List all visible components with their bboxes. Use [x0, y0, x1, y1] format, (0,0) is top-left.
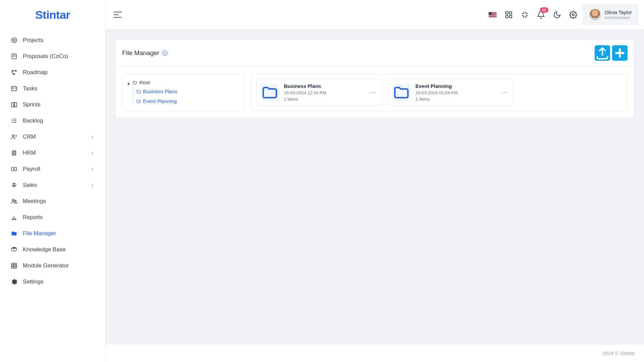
notification-badge: 55	[540, 7, 548, 13]
knowledge-icon	[11, 246, 17, 253]
folder-icon	[136, 89, 141, 94]
roadmap-icon	[11, 69, 17, 76]
topbar: 55 Olivia Taylor Administrator	[106, 0, 644, 30]
tree-item-label: Business Plans	[143, 89, 178, 94]
sidebar-nav: ProjectsProposals (CoCo)RoadmapTasksSpri…	[0, 30, 105, 362]
sidebar-item-reports[interactable]: Reports	[0, 209, 105, 225]
svg-point-49	[504, 92, 505, 93]
svg-rect-10	[14, 102, 17, 107]
sidebar-item-label: Roadmap	[23, 69, 95, 76]
sidebar-item-hrm[interactable]: HRM	[0, 145, 105, 161]
tree-root-label: Root	[139, 80, 150, 85]
apps-grid-icon[interactable]	[505, 11, 513, 19]
file-manager-icon	[11, 230, 17, 237]
sprints-icon	[11, 101, 17, 108]
folder-icon	[261, 84, 279, 101]
chevron-right-icon	[90, 135, 95, 139]
upload-button[interactable]	[595, 45, 610, 61]
user-menu[interactable]: Olivia Taylor Administrator	[583, 4, 639, 25]
sidebar-item-label: Settings	[23, 278, 95, 285]
sidebar-item-meetings[interactable]: Meetings	[0, 193, 105, 209]
info-icon[interactable]: i	[162, 50, 167, 56]
folder-card[interactable]: Event Planning15-03-2024 01:04 PM1 Items	[388, 79, 513, 106]
sidebar-item-label: Payroll	[23, 166, 85, 172]
sidebar-item-label: Backlog	[23, 117, 95, 124]
svg-rect-19	[15, 151, 16, 155]
tree-root[interactable]: Root	[127, 78, 239, 87]
folder-date: 15-03-2024 01:04 PM	[415, 90, 495, 95]
folder-item-count: 1 Items	[284, 97, 364, 102]
tree-item-label: Event Planning	[143, 98, 177, 104]
svg-point-5	[15, 70, 16, 71]
sidebar-item-file-manager[interactable]: File Manager	[0, 225, 105, 242]
tree-item[interactable]: Business Plans	[133, 87, 239, 96]
sidebar-item-tasks[interactable]: Tasks	[0, 81, 105, 97]
tree-item[interactable]: Event Planning	[133, 96, 239, 106]
sales-icon	[11, 182, 17, 189]
svg-point-17	[12, 135, 14, 137]
folder-name: Event Planning	[415, 83, 495, 89]
sidebar-item-payroll[interactable]: Payroll	[0, 161, 105, 177]
svg-point-21	[13, 168, 14, 169]
footer: 2024 © Stintar	[106, 344, 644, 362]
sidebar: Stintar ProjectsProposals (CoCo)RoadmapT…	[0, 0, 106, 362]
sidebar-item-crm[interactable]: CRM	[0, 129, 105, 145]
avatar	[589, 9, 601, 20]
sidebar-item-sprints[interactable]: Sprints	[0, 97, 105, 113]
folder-name: Business Plans	[284, 83, 364, 89]
notifications-icon[interactable]: 55	[537, 11, 545, 19]
sidebar-item-label: Knowledge Base	[23, 246, 95, 253]
sidebar-item-label: Sales	[23, 182, 85, 189]
svg-point-45	[370, 92, 371, 93]
sidebar-item-module-generator[interactable]: Module Generator	[0, 258, 105, 274]
sidebar-item-roadmap[interactable]: Roadmap	[0, 64, 105, 81]
sidebar-item-settings[interactable]: Settings	[0, 274, 105, 290]
svg-rect-28	[12, 263, 17, 268]
settings-icon	[11, 278, 17, 285]
sidebar-item-label: File Manager	[23, 230, 95, 237]
svg-rect-9	[12, 102, 14, 107]
brand-logo[interactable]: Stintar	[0, 0, 105, 30]
footer-text: 2024 © Stintar	[602, 350, 635, 356]
svg-point-48	[502, 92, 503, 93]
project-icon	[11, 37, 17, 44]
sidebar-item-label: Projects	[23, 37, 95, 44]
folder-icon	[393, 84, 410, 101]
menu-toggle[interactable]	[112, 9, 123, 20]
svg-point-0	[12, 38, 17, 43]
user-name: Olivia Taylor	[605, 9, 632, 15]
caret-right-icon	[127, 81, 131, 84]
fullscreen-exit-icon[interactable]	[521, 11, 529, 19]
folder-card[interactable]: Business Plans15-03-2024 12:34 PM1 Items	[256, 79, 382, 106]
sidebar-item-label: CRM	[23, 134, 85, 140]
proposal-icon	[11, 53, 17, 60]
sidebar-item-sales[interactable]: Sales	[0, 177, 105, 193]
panel-title: File Manager i	[122, 49, 167, 57]
sidebar-item-label: HRM	[23, 150, 85, 156]
payroll-icon	[11, 166, 17, 172]
svg-point-4	[12, 70, 13, 71]
sidebar-item-label: Meetings	[23, 198, 95, 205]
topbar-icons: 55	[489, 11, 577, 19]
svg-marker-44	[128, 83, 130, 85]
main-area: 55 Olivia Taylor Administrator	[106, 0, 644, 362]
sidebar-item-backlog[interactable]: Backlog	[0, 113, 105, 129]
add-button[interactable]	[612, 45, 628, 61]
hrm-icon	[11, 150, 17, 156]
sidebar-item-knowledge-base[interactable]: Knowledge Base	[0, 242, 105, 258]
sidebar-item-label: Tasks	[23, 85, 95, 92]
more-options-icon[interactable]	[369, 89, 377, 96]
file-manager-panel: File Manager i	[115, 39, 635, 118]
chevron-right-icon	[90, 183, 95, 188]
settings-icon[interactable]	[569, 11, 577, 19]
language-flag-icon[interactable]	[489, 11, 497, 19]
panel-title-text: File Manager	[122, 49, 159, 57]
dark-mode-icon[interactable]	[553, 11, 561, 19]
folder-icon	[136, 99, 141, 104]
brand-text: Stintar	[35, 8, 70, 21]
panel-header: File Manager i	[115, 39, 634, 67]
sidebar-item-proposals-coco-[interactable]: Proposals (CoCo)	[0, 48, 105, 64]
more-options-icon[interactable]	[501, 89, 508, 96]
chevron-right-icon	[90, 167, 95, 171]
sidebar-item-projects[interactable]: Projects	[0, 32, 105, 48]
